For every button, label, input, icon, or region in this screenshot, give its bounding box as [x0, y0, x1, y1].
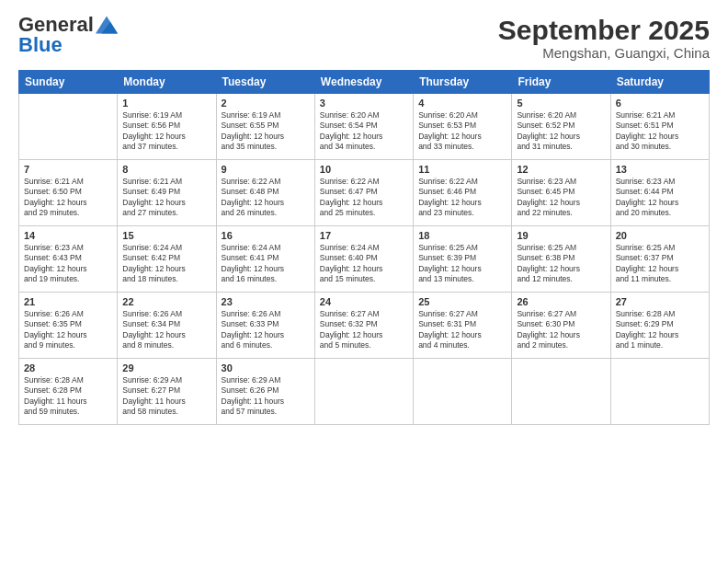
day-info: Sunrise: 6:24 AM Sunset: 6:42 PM Dayligh… [122, 243, 210, 285]
calendar-cell: 29Sunrise: 6:29 AM Sunset: 6:27 PM Dayli… [118, 359, 216, 425]
calendar-cell: 17Sunrise: 6:24 AM Sunset: 6:40 PM Dayli… [314, 226, 413, 293]
day-info: Sunrise: 6:26 AM Sunset: 6:33 PM Dayligh… [222, 309, 310, 351]
calendar-cell: 22Sunrise: 6:26 AM Sunset: 6:34 PM Dayli… [118, 293, 216, 359]
day-info: Sunrise: 6:23 AM Sunset: 6:45 PM Dayligh… [517, 177, 605, 219]
day-number: 28 [24, 362, 112, 373]
calendar-cell [414, 359, 512, 425]
day-info: Sunrise: 6:20 AM Sunset: 6:53 PM Dayligh… [418, 110, 506, 153]
day-info: Sunrise: 6:27 AM Sunset: 6:31 PM Dayligh… [418, 309, 506, 351]
day-number: 2 [222, 98, 310, 109]
header-day-thursday: Thursday [414, 71, 512, 94]
day-number: 12 [517, 164, 605, 175]
day-info: Sunrise: 6:20 AM Sunset: 6:54 PM Dayligh… [320, 110, 408, 153]
header-day-tuesday: Tuesday [216, 71, 314, 94]
page: General Blue September 2025 Mengshan, Gu… [0, 0, 728, 563]
calendar-cell: 26Sunrise: 6:27 AM Sunset: 6:30 PM Dayli… [512, 293, 610, 359]
day-info: Sunrise: 6:25 AM Sunset: 6:39 PM Dayligh… [418, 243, 506, 285]
day-number: 13 [616, 164, 704, 175]
calendar-cell: 1Sunrise: 6:19 AM Sunset: 6:56 PM Daylig… [118, 94, 216, 160]
calendar-cell: 6Sunrise: 6:21 AM Sunset: 6:51 PM Daylig… [610, 94, 709, 160]
logo-icon [96, 16, 118, 34]
day-info: Sunrise: 6:24 AM Sunset: 6:41 PM Dayligh… [222, 243, 310, 285]
logo-blue-text: Blue [18, 33, 63, 56]
day-info: Sunrise: 6:21 AM Sunset: 6:49 PM Dayligh… [122, 177, 210, 219]
calendar-body: 1Sunrise: 6:19 AM Sunset: 6:56 PM Daylig… [19, 94, 710, 425]
day-info: Sunrise: 6:23 AM Sunset: 6:43 PM Dayligh… [24, 243, 112, 285]
day-number: 20 [616, 230, 704, 241]
day-number: 14 [24, 230, 112, 241]
calendar-cell: 12Sunrise: 6:23 AM Sunset: 6:45 PM Dayli… [512, 160, 610, 226]
logo-text: General [18, 15, 118, 35]
day-number: 24 [320, 296, 408, 307]
header-day-sunday: Sunday [19, 71, 118, 94]
day-info: Sunrise: 6:29 AM Sunset: 6:26 PM Dayligh… [222, 375, 310, 418]
calendar-header: SundayMondayTuesdayWednesdayThursdayFrid… [19, 71, 710, 94]
calendar-cell: 11Sunrise: 6:22 AM Sunset: 6:46 PM Dayli… [414, 160, 512, 226]
day-info: Sunrise: 6:22 AM Sunset: 6:48 PM Dayligh… [222, 177, 310, 219]
day-info: Sunrise: 6:29 AM Sunset: 6:27 PM Dayligh… [122, 375, 210, 418]
header-day-friday: Friday [512, 71, 610, 94]
day-number: 23 [222, 296, 310, 307]
day-number: 4 [418, 98, 506, 109]
day-number: 27 [616, 296, 704, 307]
week-row-0: 1Sunrise: 6:19 AM Sunset: 6:56 PM Daylig… [19, 94, 710, 160]
calendar-cell: 21Sunrise: 6:26 AM Sunset: 6:35 PM Dayli… [19, 293, 118, 359]
day-number: 18 [418, 230, 506, 241]
day-number: 5 [517, 98, 605, 109]
week-row-2: 14Sunrise: 6:23 AM Sunset: 6:43 PM Dayli… [19, 226, 710, 293]
calendar-cell: 5Sunrise: 6:20 AM Sunset: 6:52 PM Daylig… [512, 94, 610, 160]
day-info: Sunrise: 6:25 AM Sunset: 6:38 PM Dayligh… [517, 243, 605, 285]
day-number: 1 [122, 98, 210, 109]
day-number: 11 [418, 164, 506, 175]
day-info: Sunrise: 6:22 AM Sunset: 6:47 PM Dayligh… [320, 177, 408, 219]
week-row-1: 7Sunrise: 6:21 AM Sunset: 6:50 PM Daylig… [19, 160, 710, 226]
day-info: Sunrise: 6:26 AM Sunset: 6:35 PM Dayligh… [24, 309, 112, 351]
day-number: 8 [122, 164, 210, 175]
calendar-cell: 16Sunrise: 6:24 AM Sunset: 6:41 PM Dayli… [216, 226, 314, 293]
calendar-cell: 7Sunrise: 6:21 AM Sunset: 6:50 PM Daylig… [19, 160, 118, 226]
calendar-cell: 8Sunrise: 6:21 AM Sunset: 6:49 PM Daylig… [118, 160, 216, 226]
calendar-cell: 9Sunrise: 6:22 AM Sunset: 6:48 PM Daylig… [216, 160, 314, 226]
calendar-cell: 28Sunrise: 6:28 AM Sunset: 6:28 PM Dayli… [19, 359, 118, 425]
calendar-cell [19, 94, 118, 160]
day-number: 15 [122, 230, 210, 241]
day-number: 29 [122, 362, 210, 373]
day-info: Sunrise: 6:21 AM Sunset: 6:51 PM Dayligh… [616, 110, 704, 153]
logo: General Blue [18, 15, 118, 57]
calendar-cell [610, 359, 709, 425]
day-number: 3 [320, 98, 408, 109]
day-number: 22 [122, 296, 210, 307]
day-info: Sunrise: 6:27 AM Sunset: 6:32 PM Dayligh… [320, 309, 408, 351]
calendar-cell: 10Sunrise: 6:22 AM Sunset: 6:47 PM Dayli… [314, 160, 413, 226]
day-number: 6 [616, 98, 704, 109]
week-row-3: 21Sunrise: 6:26 AM Sunset: 6:35 PM Dayli… [19, 293, 710, 359]
day-info: Sunrise: 6:23 AM Sunset: 6:44 PM Dayligh… [616, 177, 704, 219]
calendar-cell: 18Sunrise: 6:25 AM Sunset: 6:39 PM Dayli… [414, 226, 512, 293]
day-number: 16 [222, 230, 310, 241]
location: Mengshan, Guangxi, China [498, 45, 710, 61]
day-info: Sunrise: 6:25 AM Sunset: 6:37 PM Dayligh… [616, 243, 704, 285]
title-block: September 2025 Mengshan, Guangxi, China [498, 15, 710, 61]
calendar-cell: 23Sunrise: 6:26 AM Sunset: 6:33 PM Dayli… [216, 293, 314, 359]
day-info: Sunrise: 6:28 AM Sunset: 6:28 PM Dayligh… [24, 375, 112, 418]
header-day-wednesday: Wednesday [314, 71, 413, 94]
day-info: Sunrise: 6:28 AM Sunset: 6:29 PM Dayligh… [616, 309, 704, 351]
header-day-saturday: Saturday [610, 71, 709, 94]
day-number: 25 [418, 296, 506, 307]
calendar-cell: 4Sunrise: 6:20 AM Sunset: 6:53 PM Daylig… [414, 94, 512, 160]
header-row: SundayMondayTuesdayWednesdayThursdayFrid… [19, 71, 710, 94]
calendar-cell: 20Sunrise: 6:25 AM Sunset: 6:37 PM Dayli… [610, 226, 709, 293]
day-info: Sunrise: 6:21 AM Sunset: 6:50 PM Dayligh… [24, 177, 112, 219]
day-number: 21 [24, 296, 112, 307]
day-info: Sunrise: 6:22 AM Sunset: 6:46 PM Dayligh… [418, 177, 506, 219]
day-info: Sunrise: 6:24 AM Sunset: 6:40 PM Dayligh… [320, 243, 408, 285]
calendar-cell: 30Sunrise: 6:29 AM Sunset: 6:26 PM Dayli… [216, 359, 314, 425]
week-row-4: 28Sunrise: 6:28 AM Sunset: 6:28 PM Dayli… [19, 359, 710, 425]
calendar-cell: 24Sunrise: 6:27 AM Sunset: 6:32 PM Dayli… [314, 293, 413, 359]
day-number: 26 [517, 296, 605, 307]
month-title: September 2025 [498, 15, 710, 45]
day-number: 10 [320, 164, 408, 175]
calendar-cell: 25Sunrise: 6:27 AM Sunset: 6:31 PM Dayli… [414, 293, 512, 359]
day-info: Sunrise: 6:19 AM Sunset: 6:56 PM Dayligh… [122, 110, 210, 153]
day-info: Sunrise: 6:27 AM Sunset: 6:30 PM Dayligh… [517, 309, 605, 351]
